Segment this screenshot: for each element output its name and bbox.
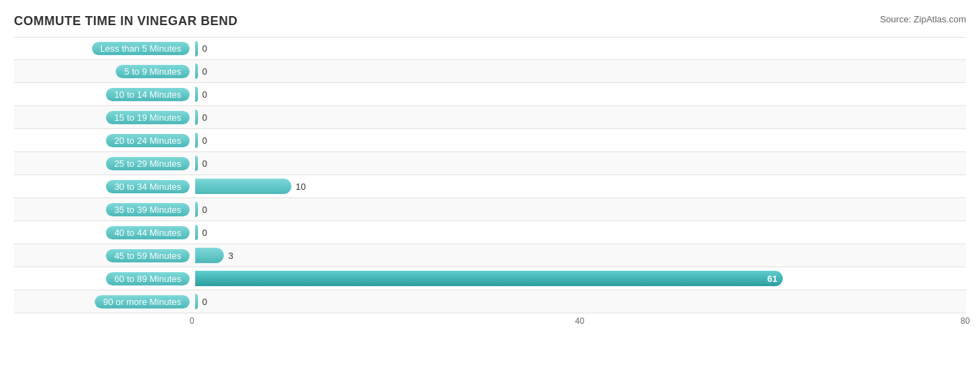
bar-row: 15 to 19 Minutes0: [14, 106, 966, 129]
bar-label: Less than 5 Minutes: [14, 42, 195, 55]
bar-area: 0: [195, 38, 966, 59]
x-axis: 04080: [14, 316, 966, 330]
bar: 0: [195, 41, 198, 57]
bar-row: Less than 5 Minutes0: [14, 37, 966, 60]
x-axis-tick: 80: [960, 316, 970, 326]
bar-value: 0: [202, 43, 207, 54]
bar: 0: [195, 202, 198, 217]
bar-value: 0: [202, 297, 207, 307]
bar-area: 0: [195, 290, 966, 313]
bar-area: 0: [195, 221, 966, 244]
bar: 0: [195, 225, 198, 240]
bar-label: 30 to 34 Minutes: [14, 180, 195, 193]
bar-area: 0: [195, 198, 966, 221]
bar-area: 0: [195, 83, 966, 105]
bar-row: 25 to 29 Minutes0: [14, 152, 966, 175]
bar-row: 45 to 59 Minutes3: [14, 244, 966, 267]
bar-value: 0: [202, 66, 207, 77]
bar-area: 0: [195, 106, 966, 128]
bar-row: 60 to 89 Minutes61: [14, 267, 966, 290]
bar: 10: [195, 179, 291, 194]
chart-header: COMMUTE TIME IN VINEGAR BEND Source: Zip…: [14, 14, 966, 29]
bar: 0: [195, 87, 198, 102]
bar-area: 0: [195, 152, 966, 174]
bar-value: 10: [296, 181, 305, 192]
bar: 0: [195, 110, 198, 125]
x-axis-tick: 0: [190, 316, 194, 326]
bar-row: 10 to 14 Minutes0: [14, 83, 966, 106]
bar-value: 0: [202, 228, 207, 238]
chart-title: COMMUTE TIME IN VINEGAR BEND: [14, 14, 238, 29]
bar-value-inside: 61: [767, 274, 777, 284]
bar-value: 0: [202, 158, 207, 169]
bar-row: 30 to 34 Minutes10: [14, 175, 966, 198]
bar-row: 90 or more Minutes0: [14, 290, 966, 313]
bar: 0: [195, 294, 198, 309]
bar: 0: [195, 156, 198, 171]
bar-label: 20 to 24 Minutes: [14, 134, 195, 147]
bar-value: 3: [228, 251, 233, 261]
bar-row: 35 to 39 Minutes0: [14, 198, 966, 221]
bar-value: 0: [202, 89, 207, 100]
bar: 61: [195, 271, 783, 286]
bar-area: 0: [195, 129, 966, 151]
bar-label: 90 or more Minutes: [14, 295, 195, 308]
bar-row: 40 to 44 Minutes0: [14, 221, 966, 244]
bar-area: 0: [195, 60, 966, 82]
bar-area: 10: [195, 175, 966, 198]
chart-body: Less than 5 Minutes05 to 9 Minutes010 to…: [14, 37, 966, 313]
bar-area: 61: [195, 267, 966, 290]
bar: 0: [195, 133, 198, 148]
bar-label: 35 to 39 Minutes: [14, 203, 195, 216]
bar-row: 20 to 24 Minutes0: [14, 129, 966, 152]
chart-container: COMMUTE TIME IN VINEGAR BEND Source: Zip…: [0, 0, 980, 365]
bar-label: 40 to 44 Minutes: [14, 226, 195, 239]
bar-label: 5 to 9 Minutes: [14, 65, 195, 78]
bar-label: 45 to 59 Minutes: [14, 249, 195, 262]
bar: 0: [195, 64, 198, 79]
bar-label: 15 to 19 Minutes: [14, 111, 195, 124]
bar-value: 0: [202, 204, 207, 215]
bar-value: 0: [202, 112, 207, 123]
chart-source: Source: ZipAtlas.com: [880, 14, 966, 24]
bar-label: 10 to 14 Minutes: [14, 88, 195, 101]
bar-label: 25 to 29 Minutes: [14, 157, 195, 170]
bar: 3: [195, 248, 224, 263]
bar-label: 60 to 89 Minutes: [14, 272, 195, 285]
bar-area: 3: [195, 244, 966, 267]
bar-row: 5 to 9 Minutes0: [14, 60, 966, 83]
x-axis-tick: 40: [575, 316, 584, 326]
bar-value: 0: [202, 135, 207, 146]
